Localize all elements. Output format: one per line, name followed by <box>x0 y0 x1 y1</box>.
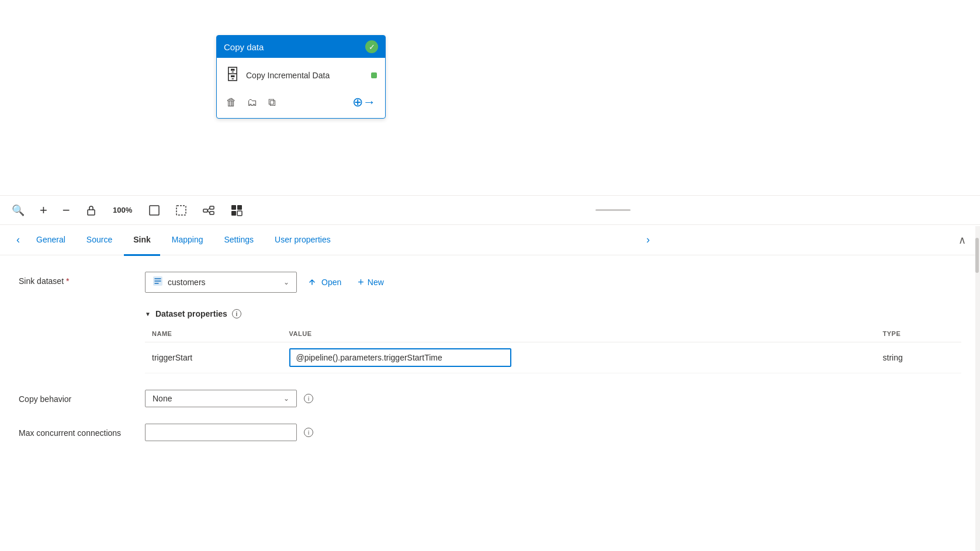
svg-rect-0 <box>88 210 95 215</box>
lock-button[interactable] <box>83 202 99 219</box>
tab-settings[interactable]: Settings <box>214 226 263 256</box>
dataset-props-header: ▼ Dataset properties i <box>145 309 961 318</box>
required-indicator: * <box>66 276 69 286</box>
svg-rect-5 <box>210 212 214 214</box>
auto-layout-button[interactable] <box>200 202 217 219</box>
add-button[interactable]: + <box>37 200 50 220</box>
section-arrow-icon: ▼ <box>145 311 151 317</box>
copy-behavior-info-icon[interactable]: i <box>304 394 313 403</box>
svg-rect-9 <box>237 205 242 210</box>
sink-dataset-label: Sink dataset * <box>19 272 136 286</box>
svg-rect-4 <box>210 206 214 209</box>
prop-value-cell <box>282 342 876 373</box>
prop-value-input[interactable] <box>289 348 511 367</box>
node-clone-button[interactable]: 🗂 <box>246 95 259 110</box>
dataset-properties-section: ▼ Dataset properties i NAME VALUE TYPE t… <box>145 309 961 373</box>
sink-dataset-dropdown[interactable]: customers ⌄ <box>145 272 297 293</box>
node-title: Copy data <box>224 42 264 52</box>
sink-dataset-controls: customers ⌄ Open + New <box>145 272 961 293</box>
svg-line-6 <box>207 207 210 210</box>
copy-behavior-controls: None ⌄ i <box>145 390 961 407</box>
new-dataset-button[interactable]: + New <box>353 275 389 290</box>
svg-rect-8 <box>231 205 236 210</box>
marquee-select-button[interactable] <box>173 202 189 219</box>
node-label: Copy Incremental Data <box>246 71 365 80</box>
node-copy-button[interactable]: ⧉ <box>267 95 277 110</box>
max-connections-label: Max concurrent connections <box>19 424 136 438</box>
table-row: triggerStart string <box>145 342 961 373</box>
tab-mapping[interactable]: Mapping <box>162 226 213 256</box>
svg-rect-2 <box>176 206 186 215</box>
node-actions: 🗑 🗂 ⧉ ⊕→ <box>217 90 385 118</box>
node-connect-button[interactable]: ⊕→ <box>351 93 377 111</box>
svg-rect-11 <box>237 211 242 216</box>
dropdown-inner: customers <box>153 276 206 289</box>
more-layout-button[interactable] <box>228 202 245 219</box>
copy-behavior-chevron-icon: ⌄ <box>283 394 289 403</box>
search-button[interactable]: 🔍 <box>9 202 27 219</box>
svg-rect-10 <box>231 211 236 216</box>
table-header-row: NAME VALUE TYPE <box>145 325 961 342</box>
scrollbar[interactable] <box>975 255 980 551</box>
open-dataset-button[interactable]: Open <box>304 275 346 289</box>
fit-view-button[interactable] <box>146 202 162 219</box>
max-connections-row: Max concurrent connections i <box>19 424 961 441</box>
copy-data-icon: 🗄 <box>225 66 240 84</box>
tab-prev-button[interactable]: ‹ <box>12 231 25 248</box>
node-status-dot <box>371 72 377 78</box>
node-header: Copy data ✓ <box>217 36 385 58</box>
dataset-props-table: NAME VALUE TYPE triggerStart string <box>145 325 961 373</box>
info-icon[interactable]: i <box>232 309 241 318</box>
tab-sink[interactable]: Sink <box>124 226 160 256</box>
copy-behavior-value: None <box>153 394 172 403</box>
collapse-panel-button[interactable]: ∧ <box>956 231 968 249</box>
copy-behavior-row: Copy behavior None ⌄ i <box>19 390 961 407</box>
canvas-toolbar: 🔍 + − 100% <box>0 196 980 225</box>
svg-rect-3 <box>203 209 207 212</box>
svg-rect-1 <box>150 206 159 215</box>
scrollbar-thumb[interactable] <box>975 255 979 273</box>
node-body: 🗄 Copy Incremental Data <box>217 58 385 90</box>
tab-user-properties[interactable]: User properties <box>265 226 340 256</box>
node-check-icon: ✓ <box>365 40 378 53</box>
max-connections-info-icon[interactable]: i <box>304 428 313 437</box>
prop-name: triggerStart <box>145 342 282 373</box>
canvas-area: Copy data ✓ 🗄 Copy Incremental Data 🗑 🗂 … <box>0 0 980 196</box>
sink-content-panel: Sink dataset * customers ⌄ <box>0 255 980 551</box>
col-name: NAME <box>145 325 282 342</box>
copy-behavior-dropdown[interactable]: None ⌄ <box>145 390 297 407</box>
panel-divider <box>595 209 631 211</box>
col-type: TYPE <box>876 325 961 342</box>
prop-type: string <box>876 342 961 373</box>
dataset-icon <box>153 276 163 289</box>
copy-data-node[interactable]: Copy data ✓ 🗄 Copy Incremental Data 🗑 🗂 … <box>216 35 386 119</box>
col-value: VALUE <box>282 325 876 342</box>
zoom-level-button[interactable]: 100% <box>110 203 136 217</box>
tab-next-button[interactable]: › <box>642 231 655 248</box>
tab-source[interactable]: Source <box>77 226 122 256</box>
sink-dataset-value: customers <box>168 278 206 287</box>
tab-general[interactable]: General <box>27 226 75 256</box>
max-connections-controls: i <box>145 424 961 441</box>
sink-dataset-row: Sink dataset * customers ⌄ <box>19 272 961 293</box>
zoom-out-button[interactable]: − <box>60 200 72 220</box>
copy-behavior-label: Copy behavior <box>19 390 136 404</box>
dropdown-chevron-icon: ⌄ <box>283 278 289 286</box>
tabs-container: ‹ General Source Sink Mapping Settings U… <box>0 225 980 255</box>
node-delete-button[interactable]: 🗑 <box>225 95 238 110</box>
max-connections-input[interactable] <box>145 424 297 441</box>
